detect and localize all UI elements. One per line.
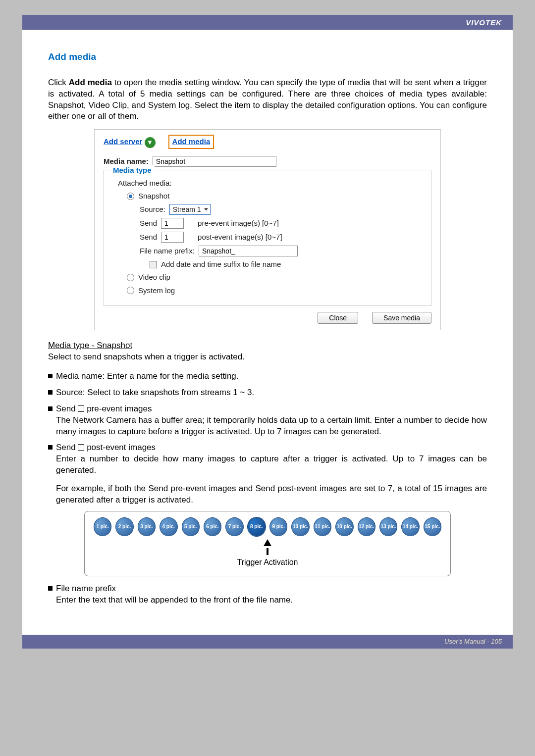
pic-circle: 2 pic. <box>115 517 133 536</box>
up-arrow-icon <box>264 539 271 546</box>
bullet-label: Send <box>56 404 78 413</box>
pic-circle: 11 pic. <box>314 517 331 536</box>
bullet-title: File name prefix <box>56 584 116 593</box>
intro-paragraph: Click Add media to open the media settin… <box>48 77 487 123</box>
checkbox-icon <box>78 405 84 412</box>
bullet-file-prefix: File name prefix Enter the text that wil… <box>48 583 487 606</box>
bullet-label: Send <box>56 443 78 452</box>
tab-add-media[interactable]: Add media <box>169 136 214 148</box>
settings-panel-wrap: Add server Add media Media name: Media t… <box>48 129 487 330</box>
date-suffix-label: Add date and time suffix to file name <box>161 259 281 269</box>
bullet-media-name: Media name: Enter a name for the media s… <box>48 371 487 382</box>
square-bullet-icon <box>48 406 53 411</box>
tab-add-server-label: Add server <box>104 137 142 146</box>
pic-sequence-diagram: 1 pic.2 pic.3 pic.4 pic.5 pic.6 pic.7 pi… <box>84 511 451 576</box>
square-bullet-icon <box>48 586 53 591</box>
checkbox-icon <box>78 444 84 451</box>
radio-syslog[interactable] <box>127 287 134 294</box>
brand-logo: VIVOTEK <box>466 18 502 27</box>
tab-add-server[interactable]: Add server <box>104 137 156 148</box>
pic-circle: 3 pic. <box>138 517 156 536</box>
pic-circle: 9 pic. <box>269 517 287 536</box>
intro-text-rest: to open the media setting window. You ca… <box>48 78 487 121</box>
media-settings-panel: Add server Add media Media name: Media t… <box>94 129 441 330</box>
footer-bar: User's Manual - 105 <box>22 635 513 649</box>
media-type-fieldset: Media type Attached media: Snapshot Sour… <box>104 170 431 306</box>
intro-text-prefix: Click <box>48 78 69 87</box>
bullet-body-example: For example, if both the Send pre-event … <box>56 483 487 506</box>
pic-circle: 14 pic. <box>401 517 419 536</box>
radio-syslog-row[interactable]: System log <box>127 286 424 296</box>
suffix-checkbox-row[interactable]: Add date and time suffix to file name <box>150 259 424 269</box>
pic-circle: 8 pic. <box>248 517 266 536</box>
radio-video-row[interactable]: Video clip <box>127 272 424 282</box>
pre-event-input[interactable] <box>161 218 184 229</box>
source-row: Source: Stream 1 <box>140 204 424 215</box>
radio-video-label: Video clip <box>138 272 170 282</box>
radio-syslog-label: System log <box>138 286 175 296</box>
document-page: VIVOTEK Add media Click Add media to ope… <box>22 15 513 649</box>
bullet-text: Media name: Enter a name for the media s… <box>56 371 239 381</box>
header-bar: VIVOTEK <box>22 15 513 30</box>
pic-circles-row: 1 pic.2 pic.3 pic.4 pic.5 pic.6 pic.7 pi… <box>94 517 441 536</box>
diagram-wrap: 1 pic.2 pic.3 pic.4 pic.5 pic.6 pic.7 pi… <box>48 511 487 576</box>
trigger-label: Trigger Activation <box>94 557 441 568</box>
pic-circle: 13 pic. <box>379 517 397 536</box>
bullet-after: post-event images <box>84 443 156 452</box>
bullet-source: Source: Select to take snapshots from st… <box>48 387 487 399</box>
post-event-input[interactable] <box>161 232 184 243</box>
radio-snapshot-row[interactable]: Snapshot <box>127 191 424 201</box>
square-bullet-icon <box>48 374 53 378</box>
square-bullet-icon <box>48 390 53 395</box>
content-area: Add media Click Add media to open the me… <box>22 30 513 606</box>
button-row: Close Save media <box>104 312 431 324</box>
prefix-input[interactable] <box>199 246 298 256</box>
close-button[interactable]: Close <box>318 312 358 324</box>
page-background: VIVOTEK Add media Click Add media to ope… <box>0 0 535 649</box>
source-select[interactable]: Stream 1 <box>169 204 211 215</box>
pic-circle: 15 pic. <box>424 517 441 536</box>
pic-circle: 10 pic. <box>335 517 353 536</box>
save-media-button[interactable]: Save media <box>372 312 431 324</box>
post-event-suffix: post-event image(s) [0~7] <box>198 232 282 242</box>
bullet-list: Media name: Enter a name for the media s… <box>48 371 487 506</box>
tab-add-media-label: Add media <box>172 137 211 146</box>
bullet-after: pre-event images <box>84 404 152 413</box>
pic-circle: 6 pic. <box>204 517 221 536</box>
bullet-body: Enter a number to decide how many images… <box>56 454 487 476</box>
subheading-snapshot: Media type - Snapshot <box>48 340 487 352</box>
prefix-row: File name prefix: <box>140 246 424 256</box>
radio-video[interactable] <box>127 274 134 281</box>
pic-circle: 10 pic. <box>291 517 309 536</box>
tab-row: Add server Add media <box>104 136 431 148</box>
section-title: Add media <box>48 50 487 63</box>
date-suffix-checkbox[interactable] <box>150 261 157 268</box>
pic-circle: 12 pic. <box>358 517 375 536</box>
pre-event-row: Send pre-event image(s) [0~7] <box>140 218 424 229</box>
bullet-post-event: Send post-event images Enter a number to… <box>48 442 487 506</box>
send-label-pre: Send <box>140 218 157 228</box>
pre-event-suffix: pre-event image(s) [0~7] <box>198 218 279 228</box>
pic-circle: 1 pic. <box>94 517 111 536</box>
pic-circle: 7 pic. <box>225 517 243 536</box>
subheading-line: Select to send snapshots when a trigger … <box>48 352 487 363</box>
media-type-legend: Media type <box>110 165 155 175</box>
bullet-pre-event: Send pre-event images The Network Camera… <box>48 403 487 438</box>
intro-bold: Add media <box>69 78 112 87</box>
radio-snapshot[interactable] <box>127 193 134 200</box>
media-name-input[interactable] <box>153 156 276 167</box>
bullet-body: The Network Camera has a buffer area; it… <box>56 415 487 438</box>
source-label: Source: <box>140 204 165 214</box>
pic-circle: 4 pic. <box>160 517 177 536</box>
arrow-stem <box>267 548 268 555</box>
send-label-post: Send <box>140 232 157 242</box>
chevron-down-icon <box>145 137 156 148</box>
post-event-row: Send post-event image(s) [0~7] <box>140 232 424 243</box>
footer-text: User's Manual - 105 <box>444 638 502 645</box>
source-select-value: Stream 1 <box>173 205 201 214</box>
radio-snapshot-label: Snapshot <box>138 191 169 201</box>
bullet-body: Enter the text that will be appended to … <box>56 595 487 606</box>
attached-media-label: Attached media: <box>118 178 424 188</box>
bullet-text: Source: Select to take snapshots from st… <box>56 388 254 397</box>
chevron-down-icon <box>204 208 208 211</box>
